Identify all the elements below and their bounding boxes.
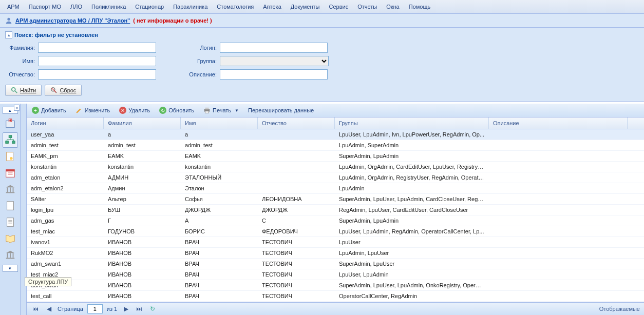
cell: EAMK_pm xyxy=(27,153,104,159)
input-otchestvo[interactable] xyxy=(38,69,156,80)
cell: ВРАЧ xyxy=(181,293,258,299)
col-familia[interactable]: Фамилия xyxy=(104,117,181,129)
page-of: из 1 xyxy=(107,306,117,312)
svg-line-2 xyxy=(15,91,17,93)
cell: konstantin xyxy=(104,164,181,170)
cell: SuperAdmin, LpuUser, LpuAdmin, CardClose… xyxy=(335,196,489,202)
collapse-sidebar-icon[interactable]: « xyxy=(14,105,20,111)
input-desc[interactable] xyxy=(220,69,328,80)
table-row[interactable]: SAlterАльтерСофьяЛЕОНИДОВНАSuperAdmin, L… xyxy=(27,194,644,205)
page-first-icon[interactable]: ⏮ xyxy=(31,304,40,313)
input-familia[interactable] xyxy=(38,43,156,53)
svg-point-0 xyxy=(7,18,10,21)
svg-rect-36 xyxy=(12,253,13,258)
sidebar-hospital-icon[interactable] xyxy=(3,116,18,131)
label-familia: Фамилия: xyxy=(5,45,35,51)
page-refresh-icon[interactable]: ↻ xyxy=(148,304,157,313)
table-row[interactable]: login_lpuБУШДЖОРДЖДЖОРДЖRegAdmin, LpuUse… xyxy=(27,205,644,215)
table-row[interactable]: test_miac2ИВАНОВВРАЧТЕСТОВИЧLpuUser, Lpu… xyxy=(27,269,644,280)
grid-header: Логин Фамилия Имя Отчество Группы Описан… xyxy=(27,117,644,129)
page-last-icon[interactable]: ⏭ xyxy=(135,304,144,313)
cell: EAMK xyxy=(181,153,258,159)
reset-button[interactable]: Сброс xyxy=(45,85,82,96)
table-row[interactable]: EAMK_pmEAMKEAMKSuperAdmin, LpuAdmin xyxy=(27,151,644,162)
sidebar-bank2-icon[interactable] xyxy=(3,247,18,263)
recache-button[interactable]: Перекэшировать данные xyxy=(246,106,316,114)
col-desc[interactable]: Описание xyxy=(489,117,628,129)
sidebar-calendar-icon[interactable] xyxy=(3,165,18,181)
col-login[interactable]: Логин xyxy=(27,117,104,129)
table-row[interactable]: user_yaaaaLpuUser, LpuAdmin, Ivn, LpuPow… xyxy=(27,129,644,140)
refresh-button[interactable]: ↻Обновить xyxy=(157,106,196,115)
label-otchestvo: Отчество: xyxy=(5,71,35,77)
cell: ТЕСТОВИЧ xyxy=(258,282,335,288)
sidebar-book-user-icon[interactable] xyxy=(3,149,18,164)
sidebar-page-icon[interactable] xyxy=(3,198,18,213)
menu-item-1[interactable]: Паспорт МО xyxy=(25,2,65,11)
table-row[interactable]: adm_swan1ИВАНОВВРАЧТЕСТОВИЧSuperAdmin, L… xyxy=(27,259,644,269)
col-otchestvo[interactable]: Отчество xyxy=(258,117,335,129)
table-row[interactable]: adm_etalonАДМИНЭТАЛОННЫЙLpuAdmin, OrgAdm… xyxy=(27,172,644,183)
menu-item-10[interactable]: Отчеты xyxy=(353,2,381,11)
table-row[interactable]: admin_testadmin_testadmin_testLpuAdmin, … xyxy=(27,140,644,151)
table-row[interactable]: konstantinkonstantinkonstantinLpuAdmin, … xyxy=(27,162,644,172)
edit-button[interactable]: Изменить xyxy=(73,106,112,115)
arm-link[interactable]: АРМ администратора МО / ЛПУ "Эталон" xyxy=(15,17,130,24)
cell: А xyxy=(181,218,258,224)
menu-item-0[interactable]: АРМ xyxy=(3,2,24,11)
menu-item-6[interactable]: Стоматология xyxy=(213,2,258,11)
col-name[interactable]: Имя xyxy=(181,117,258,129)
menu-item-9[interactable]: Сервис xyxy=(325,2,352,11)
table-row[interactable]: adm_etalon2АдминЭталонLpuAdmin xyxy=(27,183,644,194)
sidebar-openbook-icon[interactable] xyxy=(3,231,18,246)
sidebar-bank-icon[interactable] xyxy=(3,182,18,197)
cell: ФЁДОРОВИЧ xyxy=(258,228,335,234)
table-row[interactable]: test_miacГОДУНОВБОРИСФЁДОРОВИЧLpuUser, L… xyxy=(27,226,644,237)
table-row[interactable]: adm_gasГАСSuperAdmin, LpuAdmin xyxy=(27,215,644,226)
table-row[interactable]: adm_swanИВАНОВВРАЧТЕСТОВИЧSuperAdmin, Lp… xyxy=(27,280,644,291)
input-name[interactable] xyxy=(38,56,156,66)
select-group[interactable] xyxy=(220,56,329,66)
svg-rect-12 xyxy=(12,141,14,144)
menu-item-8[interactable]: Документы xyxy=(287,2,324,11)
menu-item-4[interactable]: Стационар xyxy=(131,2,168,11)
menu-item-2[interactable]: ЛЛО xyxy=(66,2,86,11)
cell: test_call xyxy=(27,293,104,299)
cell: Админ xyxy=(104,185,181,191)
page-prev-icon[interactable]: ◀ xyxy=(44,304,53,313)
menu-item-11[interactable]: Окна xyxy=(382,2,404,11)
table-row[interactable]: test_callИВАНОВВРАЧТЕСТОВИЧOperatorCallC… xyxy=(27,291,644,302)
cell: SuperAdmin, LpuUser, LpuAdmin, OnkoRegis… xyxy=(335,282,489,288)
table-row[interactable]: RukMO2ИВАНОВВРАЧТЕСТОВИЧLpuAdmin, LpuUse… xyxy=(27,248,644,259)
sidebar-structure-icon[interactable] xyxy=(3,132,18,148)
label-group: Группа: xyxy=(187,58,217,64)
delete-button[interactable]: ✕Удалить xyxy=(117,106,152,115)
menu-item-7[interactable]: Аптека xyxy=(259,2,286,11)
cell: EAMK xyxy=(104,153,181,159)
find-button[interactable]: Найти xyxy=(5,85,42,96)
page-next-icon[interactable]: ▶ xyxy=(121,304,130,313)
cell: ИВАНОВ xyxy=(104,282,181,288)
menu-item-5[interactable]: Параклиника xyxy=(169,2,212,11)
cell: LpuUser, LpuAdmin, Ivn, LpuPowerUser, Re… xyxy=(335,131,489,137)
sidebar-scroll-down[interactable]: ▾ xyxy=(3,265,18,272)
cell: ТЕСТОВИЧ xyxy=(258,293,335,299)
svg-marker-23 xyxy=(6,185,14,188)
cell: RukMO2 xyxy=(27,250,104,256)
sidebar-doc-icon[interactable] xyxy=(3,214,18,230)
cell: БОРИС xyxy=(181,228,258,234)
collapse-search-icon[interactable]: ▴ xyxy=(5,31,12,38)
grid-toolbar: +Добавить Изменить ✕Удалить ↻Обновить Пе… xyxy=(27,104,644,117)
cell: a xyxy=(104,131,181,137)
menu-item-3[interactable]: Поликлиника xyxy=(87,2,130,11)
menu-item-12[interactable]: Помощь xyxy=(405,2,435,11)
col-groups[interactable]: Группы xyxy=(335,117,489,129)
cell: a xyxy=(181,131,258,137)
cell: ВРАЧ xyxy=(181,250,258,256)
print-button[interactable]: Печать▼ xyxy=(201,106,241,115)
add-button[interactable]: +Добавить xyxy=(30,106,68,115)
label-desc: Описание: xyxy=(187,71,217,77)
page-input[interactable] xyxy=(87,304,103,313)
input-login[interactable] xyxy=(220,43,328,53)
table-row[interactable]: ivanov1ИВАНОВВРАЧТЕСТОВИЧLpuUser xyxy=(27,237,644,248)
